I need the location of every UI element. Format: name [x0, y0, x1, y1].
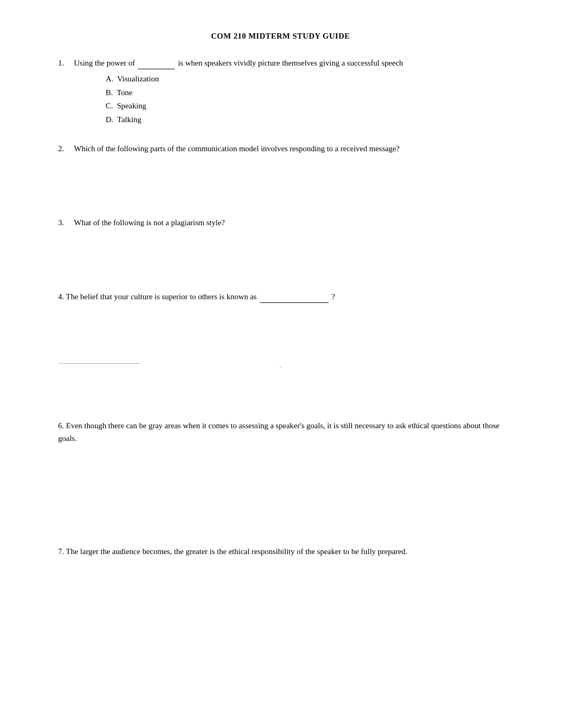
q4-text: 4. The belief that your culture is super… [58, 290, 503, 303]
q5-line [58, 363, 140, 364]
question-2: 2. Which of the following parts of the c… [58, 142, 503, 158]
q1-choice-c: C. Speaking [106, 99, 503, 113]
spacer-after-q3 [58, 248, 503, 290]
page-container: COM 210 MIDTERM STUDY GUIDE 1. Using the… [0, 0, 561, 728]
q1-choice-a-text: Visualization [117, 75, 159, 83]
q2-number: 2. [58, 142, 74, 155]
q4-text-before: The belief that your culture is superior… [66, 292, 257, 301]
q5-dot: . [279, 361, 282, 370]
spacer-after-q6 [58, 460, 503, 503]
q1-choice-a-label: A. [106, 75, 117, 83]
q1-body: Using the power of is when speakers vivi… [74, 57, 503, 126]
question-1: 1. Using the power of is when speakers v… [58, 57, 503, 126]
spacer-after-q2 [58, 174, 503, 216]
q7-body: The larger the audience becomes, the gre… [66, 547, 408, 556]
question-3: 3. What of the following is not a plagia… [58, 216, 503, 232]
q1-choice-b: B. Tone [106, 86, 503, 100]
q7-text: 7. The larger the audience becomes, the … [58, 545, 503, 558]
q6-text: 6. Even though there can be gray areas w… [58, 419, 503, 445]
q1-choice-c-text: Speaking [117, 102, 146, 110]
q1-blank [138, 62, 175, 69]
question-4: 4. The belief that your culture is super… [58, 290, 503, 303]
q1-choice-d: D. Talking [106, 113, 503, 127]
question-7: 7. The larger the audience becomes, the … [58, 545, 503, 558]
page-title: COM 210 MIDTERM STUDY GUIDE [58, 32, 503, 41]
q1-choice-d-label: D. [106, 115, 117, 124]
q3-body: What of the following is not a plagiaris… [74, 216, 503, 232]
q1-number: 1. [58, 57, 74, 69]
q6-body: Even though there can be gray areas when… [58, 421, 499, 443]
q2-body: Which of the following parts of the comm… [74, 142, 503, 158]
q1-choice-b-text: Tone [117, 88, 133, 97]
q1-choices: A. Visualization B. Tone C. Speaking D. … [106, 72, 503, 126]
q4-blank [260, 296, 329, 303]
q1-choice-b-label: B. [106, 88, 117, 97]
spacer-after-q6b [58, 503, 503, 545]
q4-text-after: ? [331, 292, 335, 301]
question-5-area: . [58, 361, 503, 403]
q7-number: 7. [58, 547, 66, 556]
q6-number: 6. [58, 421, 66, 430]
question-6: 6. Even though there can be gray areas w… [58, 419, 503, 445]
q1-choice-c-label: C. [106, 102, 117, 110]
q1-text-before: Using the power of [74, 59, 135, 67]
q1-choice-d-text: Talking [117, 115, 142, 124]
q3-number: 3. [58, 216, 74, 229]
q1-choice-a: A. Visualization [106, 72, 503, 86]
q3-text: What of the following is not a plagiaris… [74, 216, 503, 229]
q1-text-after: is when speakers vividly picture themsel… [178, 59, 403, 67]
q2-text: Which of the following parts of the comm… [74, 142, 503, 155]
q1-text: Using the power of is when speakers vivi… [74, 57, 503, 69]
q4-number: 4. [58, 292, 66, 301]
spacer-after-q4 [58, 319, 503, 361]
